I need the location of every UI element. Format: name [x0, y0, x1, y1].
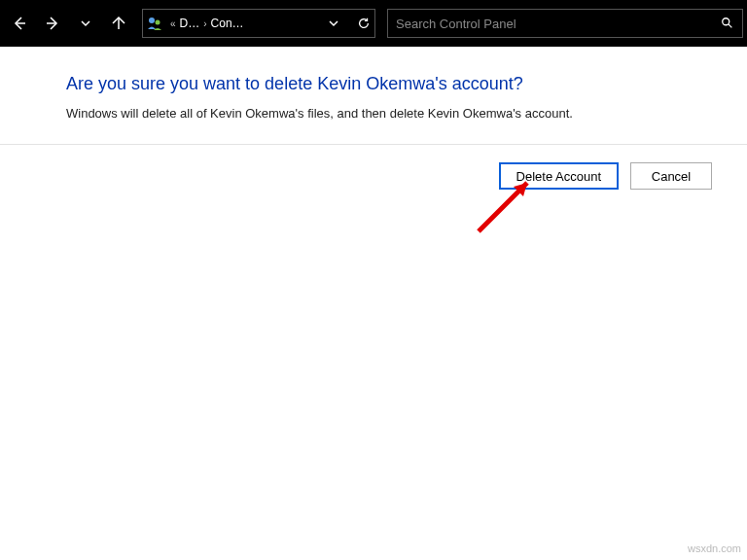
forward-arrow-icon	[45, 16, 60, 31]
chevron-down-icon	[80, 18, 91, 29]
chevron-down-icon[interactable]	[328, 18, 339, 29]
user-accounts-icon	[147, 16, 162, 31]
up-button[interactable]	[103, 8, 134, 39]
up-arrow-icon	[111, 16, 126, 31]
svg-point-2	[723, 18, 729, 25]
svg-point-0	[149, 18, 155, 23]
delete-account-button[interactable]: Delete Account	[499, 162, 619, 190]
svg-line-3	[479, 183, 527, 231]
cancel-button[interactable]: Cancel	[630, 162, 712, 190]
breadcrumb-item[interactable]: D…	[180, 17, 200, 30]
page-subtext: Windows will delete all of Kevin Okemwa'…	[66, 106, 720, 121]
address-bar[interactable]: « D… › Con…	[142, 9, 375, 38]
forward-button[interactable]	[37, 8, 68, 39]
search-box[interactable]: Search Control Panel	[387, 9, 743, 38]
chevron-right-icon: ›	[203, 18, 206, 29]
page-heading: Are you sure you want to delete Kevin Ok…	[66, 74, 720, 94]
breadcrumb: « D… › Con…	[168, 17, 328, 30]
breadcrumb-item[interactable]: Con…	[211, 17, 244, 30]
nav-toolbar: « D… › Con… Search Control Panel	[0, 0, 747, 47]
button-row: Delete Account Cancel	[0, 145, 747, 190]
search-icon[interactable]	[721, 17, 734, 30]
back-button[interactable]	[4, 8, 35, 39]
search-placeholder: Search Control Panel	[396, 17, 516, 31]
content-area: Are you sure you want to delete Kevin Ok…	[0, 47, 747, 130]
recent-dropdown[interactable]	[70, 8, 101, 39]
back-arrow-icon	[12, 16, 27, 31]
refresh-icon[interactable]	[357, 17, 371, 30]
chevron-left-icon: «	[170, 18, 176, 29]
svg-point-1	[156, 20, 160, 25]
watermark: wsxdn.com	[688, 542, 741, 554]
